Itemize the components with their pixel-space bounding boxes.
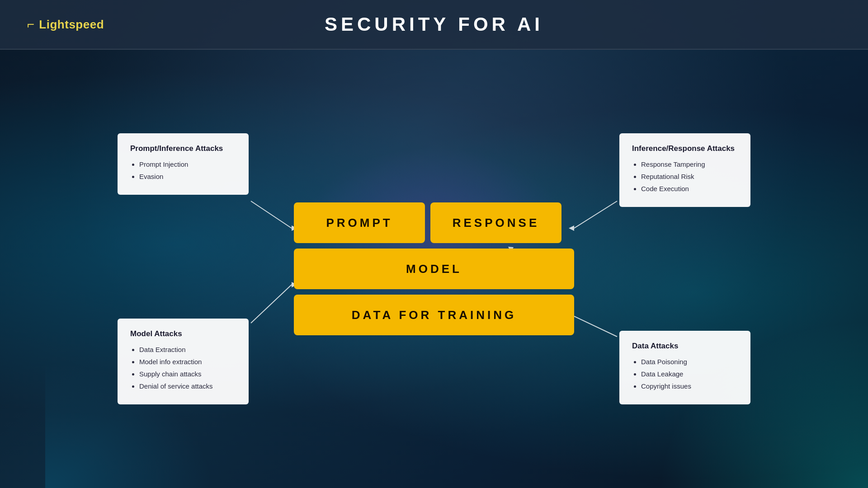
response-box: RESPONSE (430, 202, 561, 243)
header: ⌐ Lightspeed SECURITY FOR AI (0, 0, 868, 50)
list-item: Data Leakage (641, 369, 738, 379)
logo-icon: ⌐ (27, 18, 34, 31)
prompt-attacks-box: Prompt/Inference Attacks Prompt Injectio… (118, 133, 249, 195)
page-title: SECURITY FOR AI (325, 14, 543, 35)
list-item: Response Tampering (641, 160, 738, 169)
list-item: Evasion (139, 172, 236, 181)
list-item: Copyright issues (641, 381, 738, 391)
list-item: Denial of service attacks (139, 381, 236, 391)
list-item: Prompt Injection (139, 160, 236, 169)
center-diagram: PROMPT RESPONSE MODEL DATA FOR TRAINING (294, 202, 574, 335)
list-item: Supply chain attacks (139, 369, 236, 379)
list-item: Data Extraction (139, 345, 236, 354)
model-attacks-list: Data Extraction Model info extraction Su… (130, 345, 236, 391)
list-item: Code Execution (641, 184, 738, 193)
list-item: Data Poisoning (641, 357, 738, 366)
logo-text: Lightspeed (39, 18, 104, 32)
top-row: PROMPT RESPONSE (294, 202, 574, 243)
model-box: MODEL (294, 249, 574, 289)
svg-line-2 (251, 285, 292, 323)
data-training-box: DATA FOR TRAINING (294, 295, 574, 335)
svg-line-0 (251, 201, 292, 228)
svg-line-4 (574, 201, 617, 228)
prompt-attacks-list: Prompt Injection Evasion (130, 160, 236, 181)
model-attacks-box: Model Attacks Data Extraction Model info… (118, 319, 249, 404)
prompt-box: PROMPT (294, 202, 425, 243)
inference-attacks-box: Inference/Response Attacks Response Tamp… (619, 133, 750, 207)
inference-attacks-list: Response Tampering Reputational Risk Cod… (632, 160, 738, 193)
data-attacks-box: Data Attacks Data Poisoning Data Leakage… (619, 331, 750, 404)
data-attacks-list: Data Poisoning Data Leakage Copyright is… (632, 357, 738, 391)
diagram: Prompt/Inference Attacks Prompt Injectio… (118, 111, 750, 427)
prompt-attacks-title: Prompt/Inference Attacks (130, 144, 236, 153)
inference-attacks-title: Inference/Response Attacks (632, 144, 738, 153)
svg-line-6 (574, 316, 617, 337)
data-attacks-title: Data Attacks (632, 342, 738, 351)
model-attacks-title: Model Attacks (130, 329, 236, 338)
main-content: Prompt/Inference Attacks Prompt Injectio… (0, 50, 868, 488)
logo: ⌐ Lightspeed (27, 18, 104, 32)
list-item: Model info extraction (139, 357, 236, 366)
list-item: Reputational Risk (641, 172, 738, 181)
